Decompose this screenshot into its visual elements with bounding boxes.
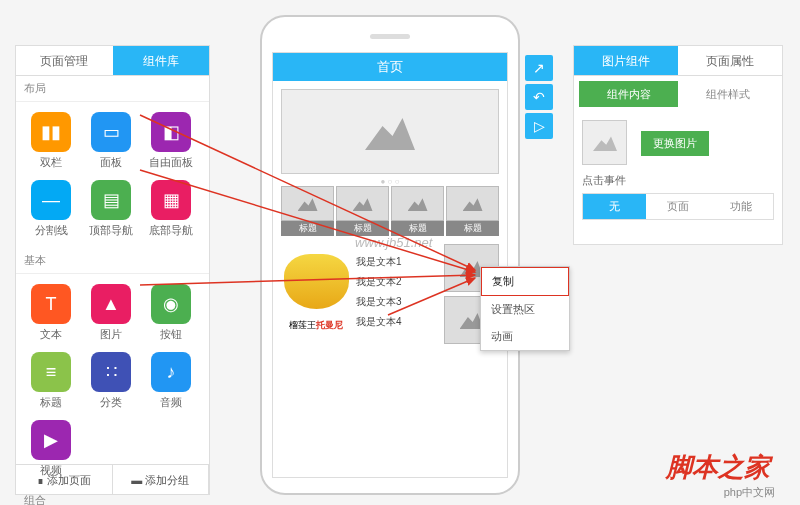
text-item[interactable]: 我是文本3	[356, 292, 439, 312]
text-list: 我是文本1我是文本2我是文本3我是文本4	[356, 244, 439, 348]
image-preview	[582, 120, 627, 165]
section-basic-title: 基本	[16, 248, 209, 274]
carousel-dots: ● ○ ○	[273, 177, 507, 186]
layout-grid: ▮▮双栏▭面板◧自由面板—分割线▤顶部导航▦底部导航	[16, 102, 209, 248]
add-group-label: 添加分组	[145, 474, 189, 486]
content-row: 榴莲王托曼尼 我是文本1我是文本2我是文本3我是文本4	[273, 236, 507, 356]
component-图片[interactable]: ▲图片	[81, 279, 141, 347]
component-标题[interactable]: ≡标题	[21, 347, 81, 415]
add-page-label: 添加页面	[47, 474, 91, 486]
share-icon[interactable]: ↗	[525, 55, 553, 81]
component-双栏[interactable]: ▮▮双栏	[21, 107, 81, 175]
subtab-style[interactable]: 组件样式	[678, 81, 777, 107]
left-tabs: 页面管理 组件库	[16, 46, 209, 76]
hero-image[interactable]	[281, 89, 499, 174]
footer-logo: 脚本之家	[666, 450, 770, 485]
bottom-buttons: ∎ 添加页面 ▬ 添加分组	[16, 464, 209, 494]
right-tabs: 图片组件 页面属性	[574, 46, 782, 76]
phone-screen: 首页 ● ○ ○ 标题标题标题标题 榴莲王托曼尼 我是文本1我是文本2我是文本3…	[272, 52, 508, 478]
add-group-button[interactable]: ▬ 添加分组	[113, 465, 210, 494]
tab-page-manage[interactable]: 页面管理	[16, 46, 113, 76]
event-opt-none[interactable]: 无	[583, 194, 646, 219]
component-面板[interactable]: ▭面板	[81, 107, 141, 175]
component-顶部导航[interactable]: ▤顶部导航	[81, 175, 141, 243]
watermark: www.jb51.net	[355, 235, 432, 250]
ctx-copy[interactable]: 复制	[481, 267, 569, 296]
subtab-content[interactable]: 组件内容	[579, 81, 678, 107]
phone-frame: 首页 ● ○ ○ 标题标题标题标题 榴莲王托曼尼 我是文本1我是文本2我是文本3…	[260, 15, 520, 495]
context-menu: 复制 设置热区 动画	[480, 266, 570, 351]
component-分割线[interactable]: —分割线	[21, 175, 81, 243]
tab-image-component[interactable]: 图片组件	[574, 46, 678, 76]
change-image-button[interactable]: 更换图片	[641, 131, 709, 156]
phone-header: 首页	[273, 53, 507, 81]
thumbnail[interactable]: 标题	[391, 186, 444, 236]
footer-sublogo: php中文网	[724, 485, 775, 500]
product-label: 榴莲王托曼尼	[281, 319, 351, 332]
ctx-animation[interactable]: 动画	[481, 323, 569, 350]
add-page-button[interactable]: ∎ 添加页面	[16, 465, 113, 494]
component-文本[interactable]: T文本	[21, 279, 81, 347]
click-event-label: 点击事件	[582, 173, 774, 188]
thumbnail-row: 标题标题标题标题	[273, 186, 507, 236]
left-panel: 页面管理 组件库 布局 ▮▮双栏▭面板◧自由面板—分割线▤顶部导航▦底部导航 基…	[15, 45, 210, 495]
right-panel: 图片组件 页面属性 组件内容 组件样式 更换图片 点击事件 无 页面 功能	[573, 45, 783, 245]
component-音频[interactable]: ♪音频	[141, 347, 201, 415]
event-opt-func[interactable]: 功能	[710, 194, 773, 219]
tab-component-lib[interactable]: 组件库	[113, 46, 210, 76]
component-自由面板[interactable]: ◧自由面板	[141, 107, 201, 175]
ctx-hotzone[interactable]: 设置热区	[481, 296, 569, 323]
event-options: 无 页面 功能	[582, 193, 774, 220]
section-layout-title: 布局	[16, 76, 209, 102]
thumbnail[interactable]: 标题	[281, 186, 334, 236]
right-body: 更换图片 点击事件 无 页面 功能	[574, 112, 782, 228]
basic-grid: T文本▲图片◉按钮≡标题∷分类♪音频▶视频	[16, 274, 209, 488]
text-item[interactable]: 我是文本2	[356, 272, 439, 292]
text-item[interactable]: 我是文本4	[356, 312, 439, 332]
text-item[interactable]: 我是文本1	[356, 252, 439, 272]
component-按钮[interactable]: ◉按钮	[141, 279, 201, 347]
thumbnail[interactable]: 标题	[446, 186, 499, 236]
right-subtabs: 组件内容 组件样式	[579, 81, 777, 107]
product-card[interactable]: 榴莲王托曼尼	[281, 244, 351, 348]
tab-page-props[interactable]: 页面属性	[678, 46, 782, 76]
durian-image	[284, 254, 349, 309]
component-分类[interactable]: ∷分类	[81, 347, 141, 415]
phone-speaker-area	[262, 17, 518, 42]
play-icon[interactable]: ▷	[525, 113, 553, 139]
thumbnail[interactable]: 标题	[336, 186, 389, 236]
component-底部导航[interactable]: ▦底部导航	[141, 175, 201, 243]
event-opt-page[interactable]: 页面	[646, 194, 709, 219]
undo-icon[interactable]: ↶	[525, 84, 553, 110]
fab-column: ↗ ↶ ▷	[525, 55, 553, 142]
